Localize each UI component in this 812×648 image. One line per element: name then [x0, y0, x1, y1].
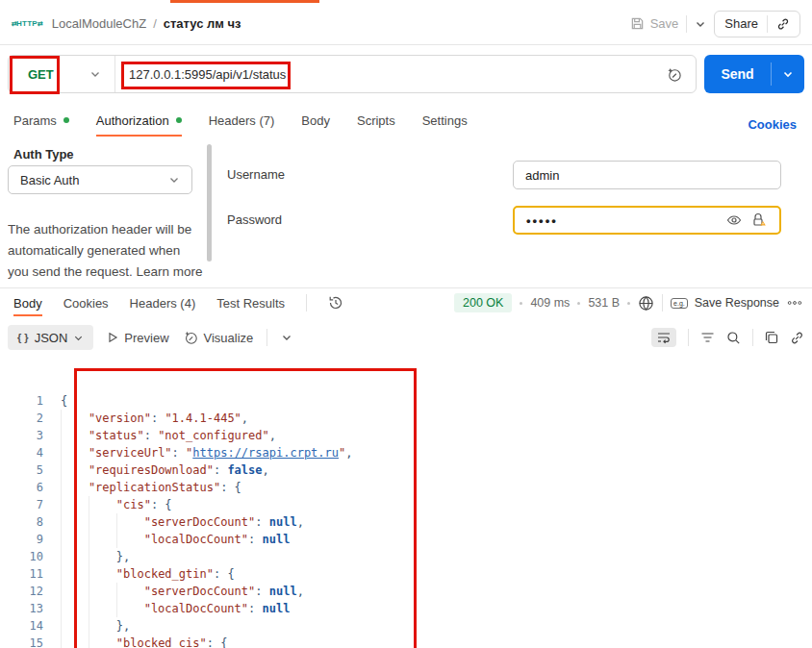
lock-warning-icon[interactable]	[751, 212, 768, 228]
share-button[interactable]: Share	[714, 11, 800, 37]
response-tab-test-results[interactable]: Test Results	[216, 289, 285, 316]
tab-scripts[interactable]: Scripts	[357, 104, 395, 137]
response-time[interactable]: 409 ms	[530, 296, 570, 310]
json-link[interactable]: https://rsapi.crpt.ru	[192, 446, 339, 460]
code-line: 7"cis": {	[8, 496, 812, 513]
send-button[interactable]: Send	[704, 55, 804, 93]
breadcrumb-collection[interactable]: LocalModuleChZ	[52, 16, 146, 31]
breadcrumb-separator: /	[153, 16, 157, 31]
link-icon[interactable]	[790, 331, 804, 345]
password-label: Password	[227, 212, 282, 227]
auth-panel-scrollbar[interactable]	[207, 144, 212, 262]
sparkle-icon[interactable]	[666, 66, 696, 83]
code-lines: 1{2"version": "1.4.1-445",3"status": "no…	[8, 392, 812, 648]
line-number: 12	[8, 583, 43, 600]
tab-settings[interactable]: Settings	[422, 104, 468, 137]
method-chevron-icon[interactable]	[76, 68, 114, 80]
chevron-down-icon	[168, 174, 180, 186]
tab-authorization[interactable]: Authorization	[96, 104, 182, 137]
save-label: Save	[650, 16, 679, 31]
wrap-text-icon[interactable]	[651, 328, 676, 347]
code-line: 1{	[8, 392, 812, 410]
format-select[interactable]: { } JSON	[8, 325, 93, 350]
visualize-chevron-icon[interactable]	[281, 332, 292, 343]
authorization-active-dot	[176, 117, 182, 123]
response-tab-test-results-label: Test Results	[216, 296, 285, 311]
divider	[688, 329, 689, 346]
code-line: 9"localDocCount": null	[8, 531, 812, 548]
format-value: JSON	[35, 331, 68, 345]
tab-body-label: Body	[301, 113, 330, 128]
username-label: Username	[227, 167, 285, 182]
password-field[interactable]: •••••	[513, 206, 781, 235]
save-icon	[630, 16, 645, 31]
code-line: 10},	[8, 548, 812, 565]
line-number: 13	[8, 600, 43, 617]
save-options-chevron-icon[interactable]	[695, 18, 706, 30]
line-number: 3	[8, 427, 43, 444]
method-selector[interactable]: GET	[9, 67, 76, 82]
username-field[interactable]: admin	[513, 161, 781, 189]
auth-type-label: Auth Type	[13, 147, 74, 162]
filter-icon[interactable]	[700, 332, 715, 343]
braces-icon: { }	[17, 332, 29, 343]
network-globe-icon[interactable]	[638, 295, 654, 312]
visualize-button[interactable]: Visualize	[183, 330, 254, 345]
divider	[266, 329, 267, 346]
response-history-icon[interactable]	[328, 295, 343, 311]
line-number: 9	[8, 531, 43, 548]
save-response-label: Save Response	[695, 296, 779, 310]
response-tab-body[interactable]: Body	[13, 289, 42, 316]
divider	[752, 329, 753, 346]
copy-icon[interactable]	[765, 331, 778, 344]
code-line: 2"version": "1.4.1-445",	[8, 410, 812, 427]
breadcrumb-request-name[interactable]: статус лм чз	[164, 16, 241, 31]
request-tabs: Params Authorization Headers (7) Body Sc…	[13, 104, 468, 137]
auth-type-value: Basic Auth	[20, 173, 79, 187]
response-size[interactable]: 531 B	[588, 296, 620, 310]
response-tab-headers[interactable]: Headers (4)	[130, 289, 196, 316]
response-viewer-toolbar: { } JSON Preview Visualize	[8, 325, 804, 350]
code-line: 14},	[8, 617, 812, 635]
save-button[interactable]: Save	[630, 16, 679, 31]
divider	[686, 15, 687, 33]
section-divider	[0, 287, 812, 288]
line-number: 15	[8, 635, 43, 648]
auth-type-select[interactable]: Basic Auth	[8, 165, 192, 194]
url-input[interactable]: 127.0.0.1:5995/api/v1/status	[115, 67, 666, 82]
response-meta: 200 OK 409 ms 531 B e.g. Save Response	[454, 289, 802, 316]
play-icon	[107, 332, 118, 343]
more-options-icon[interactable]	[787, 299, 802, 307]
response-tab-cookies[interactable]: Cookies	[63, 289, 109, 316]
tab-headers[interactable]: Headers (7)	[209, 104, 275, 137]
response-tab-body-label: Body	[13, 296, 42, 311]
status-badge[interactable]: 200 OK	[454, 293, 512, 312]
preview-label: Preview	[124, 331, 168, 345]
share-label: Share	[724, 16, 758, 31]
auth-description-line: you send the request. Learn more	[8, 262, 204, 283]
response-body-json[interactable]: 1{2"version": "1.4.1-445",3"status": "no…	[0, 356, 812, 648]
line-number: 11	[8, 565, 43, 583]
save-response-button[interactable]: e.g. Save Response	[671, 296, 779, 310]
send-label: Send	[704, 66, 771, 82]
tab-headers-label: Headers (7)	[209, 113, 275, 128]
line-number: 6	[8, 479, 43, 496]
tab-body[interactable]: Body	[301, 104, 330, 137]
request-url-bar: GET 127.0.0.1:5995/api/v1/status	[8, 55, 697, 93]
search-icon[interactable]	[726, 331, 741, 345]
divider	[662, 294, 663, 312]
code-line: 11"blocked_gtin": {	[8, 565, 812, 583]
meta-dot	[627, 302, 630, 305]
preview-button[interactable]: Preview	[107, 331, 168, 345]
copy-link-icon[interactable]	[776, 17, 790, 31]
line-number: 1	[8, 392, 43, 410]
tab-settings-label: Settings	[422, 113, 468, 128]
tab-params[interactable]: Params	[13, 104, 69, 137]
send-options-chevron-icon[interactable]	[772, 68, 804, 80]
divider	[767, 15, 768, 33]
example-icon: e.g.	[671, 298, 688, 309]
line-number: 7	[8, 496, 43, 513]
http-request-icon: ⇄HTTP⇄	[12, 20, 42, 28]
show-password-eye-icon[interactable]	[726, 212, 742, 228]
cookies-link[interactable]: Cookies	[748, 117, 797, 132]
